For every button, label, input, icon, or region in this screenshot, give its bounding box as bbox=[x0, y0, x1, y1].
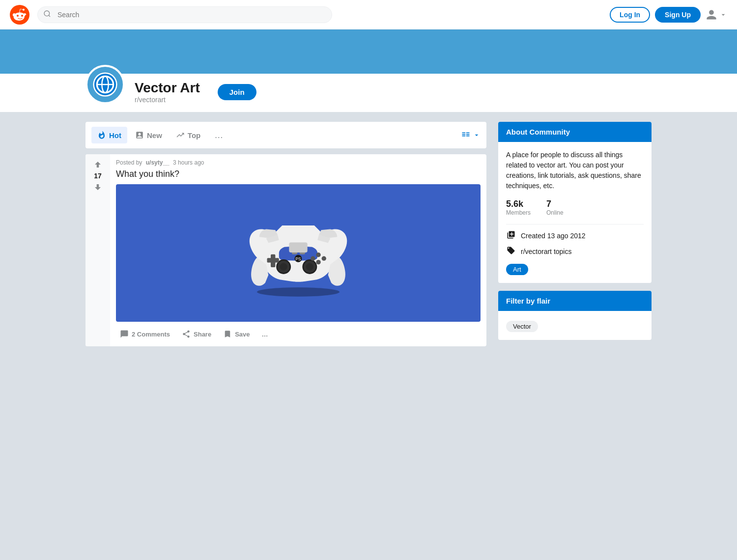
post-more-button[interactable]: … bbox=[258, 328, 272, 341]
created-label: Created 13 ago 2012 bbox=[521, 232, 586, 240]
svg-rect-24 bbox=[289, 243, 307, 253]
sort-bar: Hot New Top … bbox=[85, 122, 486, 148]
flair-art-label: Art bbox=[513, 266, 521, 273]
save-button[interactable]: Save bbox=[219, 327, 254, 341]
about-community-header: About Community bbox=[498, 122, 652, 142]
svg-point-16 bbox=[311, 256, 315, 261]
svg-point-19 bbox=[322, 256, 326, 261]
share-button[interactable]: Share bbox=[178, 327, 215, 341]
share-label: Share bbox=[194, 331, 211, 338]
subreddit-slug: r/vectorart bbox=[135, 96, 200, 104]
view-toggle-button[interactable] bbox=[461, 130, 481, 140]
upvote-button[interactable] bbox=[92, 159, 103, 170]
topics-row: r/vectorart topics bbox=[506, 246, 644, 257]
signup-button[interactable]: Sign Up bbox=[655, 7, 701, 23]
svg-point-13 bbox=[306, 263, 313, 271]
created-row: Created 13 ago 2012 bbox=[506, 230, 644, 241]
post-image: PS bbox=[116, 184, 481, 322]
svg-point-10 bbox=[280, 263, 287, 271]
post-by-prefix: Posted by bbox=[116, 159, 142, 166]
sort-new-button[interactable]: New bbox=[129, 127, 168, 143]
view-chevron-icon bbox=[473, 131, 481, 139]
search-input[interactable] bbox=[37, 6, 332, 23]
ps5-controller-svg: PS bbox=[229, 204, 367, 302]
filter-flair-body: Vector bbox=[498, 311, 652, 340]
main-content: Hot New Top … bbox=[74, 112, 663, 358]
sort-new-label: New bbox=[147, 131, 162, 140]
chevron-down-icon bbox=[719, 11, 727, 19]
vote-count: 17 bbox=[94, 172, 102, 180]
post-actions: 2 Comments Share Save bbox=[116, 327, 481, 341]
svg-point-18 bbox=[316, 260, 320, 264]
sort-top-label: Top bbox=[188, 131, 200, 140]
topics-label: r/vectorart topics bbox=[521, 248, 571, 255]
svg-point-17 bbox=[316, 252, 320, 257]
reddit-logo[interactable] bbox=[10, 5, 29, 25]
subreddit-header: Vector Art r/vectorart Join bbox=[0, 74, 737, 112]
search-bar bbox=[37, 6, 332, 23]
post-card: 17 Posted by u/syty__ 3 hours ago What y… bbox=[85, 154, 486, 346]
post-meta: Posted by u/syty__ 3 hours ago bbox=[116, 159, 481, 166]
subreddit-name: Vector Art bbox=[135, 80, 200, 96]
post-more-label: … bbox=[262, 331, 268, 338]
site-header: Log In Sign Up bbox=[0, 0, 737, 29]
members-count: 5.6k bbox=[506, 199, 531, 209]
svg-line-2 bbox=[49, 15, 50, 17]
svg-rect-15 bbox=[267, 258, 279, 262]
new-icon bbox=[135, 131, 144, 140]
about-community-card: About Community A place for people to di… bbox=[498, 122, 652, 283]
post-content: Posted by u/syty__ 3 hours ago What you … bbox=[110, 154, 486, 346]
login-button[interactable]: Log In bbox=[610, 7, 650, 23]
flair-art-tag[interactable]: Art bbox=[506, 264, 528, 275]
post-time: 3 hours ago bbox=[173, 159, 204, 166]
svg-text:PS: PS bbox=[295, 256, 301, 261]
search-icon bbox=[43, 10, 51, 20]
sidebar-divider bbox=[506, 224, 644, 224]
subreddit-title-section: Vector Art r/vectorart bbox=[135, 80, 200, 104]
online-count: 7 bbox=[546, 199, 564, 209]
comments-button[interactable]: 2 Comments bbox=[116, 327, 174, 341]
stats-row: 5.6k Members 7 Online bbox=[506, 199, 644, 216]
user-icon bbox=[706, 9, 717, 21]
header-right: Log In Sign Up bbox=[610, 7, 727, 23]
post-title: What you think? bbox=[116, 169, 481, 179]
online-label: Online bbox=[546, 209, 564, 216]
svg-point-1 bbox=[44, 11, 50, 16]
sort-more-button[interactable]: … bbox=[210, 128, 227, 142]
online-stat: 7 Online bbox=[546, 199, 564, 216]
sort-top-button[interactable]: Top bbox=[170, 127, 206, 143]
vote-column: 17 bbox=[85, 154, 110, 346]
comments-label: 2 Comments bbox=[132, 331, 170, 338]
members-stat: 5.6k Members bbox=[506, 199, 531, 216]
post-author[interactable]: u/syty__ bbox=[146, 159, 170, 166]
about-description: A place for people to discuss all things… bbox=[506, 150, 644, 191]
topics-icon bbox=[506, 246, 516, 257]
members-label: Members bbox=[506, 209, 531, 216]
sort-bar-right bbox=[461, 130, 481, 140]
vector-flair-tag[interactable]: Vector bbox=[506, 321, 538, 332]
sort-hot-label: Hot bbox=[109, 131, 121, 140]
save-label: Save bbox=[235, 331, 250, 338]
share-icon bbox=[182, 330, 191, 338]
user-menu[interactable] bbox=[706, 9, 727, 21]
sort-hot-button[interactable]: Hot bbox=[91, 127, 127, 143]
svg-point-7 bbox=[257, 287, 340, 297]
join-button[interactable]: Join bbox=[218, 84, 256, 100]
sidebar-column: About Community A place for people to di… bbox=[498, 122, 652, 348]
feed-column: Hot New Top … bbox=[85, 122, 486, 348]
about-community-body: A place for people to discuss all things… bbox=[498, 142, 652, 283]
comments-icon bbox=[120, 330, 129, 338]
view-icon bbox=[461, 130, 471, 140]
filter-flair-header: Filter by flair bbox=[498, 291, 652, 311]
filter-flair-card: Filter by flair Vector bbox=[498, 291, 652, 340]
downvote-button[interactable] bbox=[92, 182, 103, 193]
created-icon bbox=[506, 230, 516, 241]
subreddit-icon bbox=[85, 65, 125, 104]
top-icon bbox=[176, 131, 185, 140]
hot-icon bbox=[97, 131, 106, 140]
save-icon bbox=[223, 330, 232, 338]
